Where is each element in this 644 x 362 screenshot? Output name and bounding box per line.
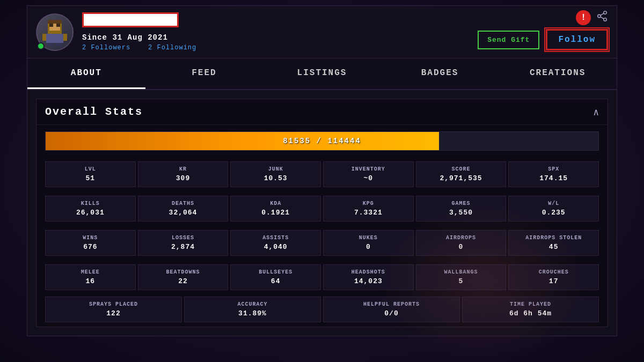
- share-icon[interactable]: [596, 10, 608, 25]
- following-count: 2 Following: [148, 44, 196, 51]
- tab-listings[interactable]: Listings: [263, 58, 381, 89]
- stat-junk: JUNK 10.53: [230, 161, 321, 187]
- send-gift-button[interactable]: Send Gift: [478, 31, 539, 49]
- followers-count: 2 Followers: [82, 44, 130, 51]
- svg-line-4: [601, 13, 604, 16]
- svg-rect-10: [46, 34, 64, 42]
- collapse-icon[interactable]: ∧: [593, 106, 599, 118]
- stats-grid-row4: MELEE 16 BEATDOWNS 22 BULLSEYES 64 HEADS…: [36, 260, 608, 294]
- stat-kr: KR 309: [138, 161, 229, 187]
- stat-helpful-reports: HELPFUL REPORTS 0/0: [323, 297, 460, 322]
- stat-spx: SPX 174.15: [508, 161, 599, 187]
- tab-about[interactable]: About: [27, 58, 145, 89]
- username-box: [82, 12, 179, 27]
- svg-rect-8: [56, 23, 60, 27]
- stat-accuracy: ACCURACY 31.89%: [184, 297, 321, 322]
- svg-rect-7: [49, 23, 53, 27]
- svg-line-3: [601, 17, 604, 19]
- stats-grid-row1: LVL 51 KR 309 JUNK 10.53 INVENTORY ~0 SC…: [36, 157, 608, 191]
- svg-point-2: [604, 18, 607, 21]
- stat-assists: ASSISTS 4,040: [230, 230, 321, 256]
- svg-rect-11: [42, 34, 46, 41]
- stats-grid-row5: SPRAYS PLACED 122 ACCURACY 31.89% HELPFU…: [36, 294, 608, 327]
- tab-feed[interactable]: Feed: [145, 58, 264, 89]
- svg-point-0: [604, 11, 607, 14]
- tab-creations[interactable]: Creations: [499, 58, 617, 89]
- svg-rect-12: [63, 34, 67, 41]
- main-container: !: [27, 5, 617, 336]
- svg-rect-14: [56, 42, 62, 46]
- stat-inventory: INVENTORY ~0: [323, 161, 414, 187]
- top-icons: !: [576, 10, 608, 25]
- stat-kda: KDA 0.1921: [230, 196, 321, 221]
- stat-losses: LOSSES 2,874: [138, 230, 229, 256]
- stat-wins: WINS 676: [45, 230, 136, 256]
- stat-crouches: CROUCHES 17: [508, 264, 599, 290]
- stats-section: Overall Stats ∧ 81535 / 114444 LVL 51 KR…: [36, 99, 608, 327]
- xp-bar-text: 81535 / 114444: [46, 137, 598, 145]
- alert-icon[interactable]: !: [576, 10, 591, 25]
- stats-header: Overall Stats ∧: [36, 99, 608, 125]
- stat-nukes: NUKES 0: [323, 230, 414, 256]
- svg-rect-9: [48, 20, 62, 24]
- stat-airdrops: AIRDROPS 0: [416, 230, 507, 256]
- stats-grid-row2: KILLS 26,031 DEATHS 32,064 KDA 0.1921 KP…: [36, 191, 608, 226]
- content-area: Overall Stats ∧ 81535 / 114444 LVL 51 KR…: [27, 90, 617, 336]
- stat-headshots: HEADSHOTS 14,023: [323, 264, 414, 290]
- svg-rect-13: [48, 42, 53, 46]
- stat-melee: MELEE 16: [45, 264, 136, 290]
- avatar-container: [36, 13, 74, 51]
- stat-airdrops-stolen: AIRDROPS STOLEN 45: [508, 230, 599, 256]
- stat-wl: W/L 0.235: [508, 196, 599, 221]
- stat-beatdowns: BEATDOWNS 22: [138, 264, 229, 290]
- stats-grid-row3: WINS 676 LOSSES 2,874 ASSISTS 4,040 NUKE…: [36, 226, 608, 260]
- tab-navigation: About Feed Listings Badges Creations: [27, 58, 617, 90]
- online-indicator: [37, 42, 45, 50]
- stat-wallbangs: WALLBANGS 5: [416, 264, 507, 290]
- stat-kpg: KPG 7.3321: [323, 196, 414, 221]
- xp-bar-container: 81535 / 114444: [45, 131, 599, 151]
- profile-header: !: [27, 5, 617, 58]
- header-actions: Send Gift Follow: [478, 29, 608, 50]
- stat-bullseyes: BULLSEYES 64: [230, 264, 321, 290]
- stat-lvl: LVL 51: [45, 161, 136, 187]
- stat-kills: KILLS 26,031: [45, 196, 136, 221]
- stat-time-played: TIME PLAYED 6d 6h 54m: [462, 297, 599, 322]
- stat-deaths: DEATHS 32,064: [138, 196, 229, 221]
- tab-badges[interactable]: Badges: [381, 58, 499, 89]
- stat-sprays-placed: SPRAYS PLACED 122: [45, 297, 182, 322]
- stat-score: SCORE 2,971,535: [416, 161, 507, 187]
- svg-point-1: [598, 14, 601, 18]
- follow-button[interactable]: Follow: [546, 29, 608, 50]
- stats-title: Overall Stats: [45, 106, 143, 118]
- stat-games: GAMES 3,550: [416, 196, 507, 221]
